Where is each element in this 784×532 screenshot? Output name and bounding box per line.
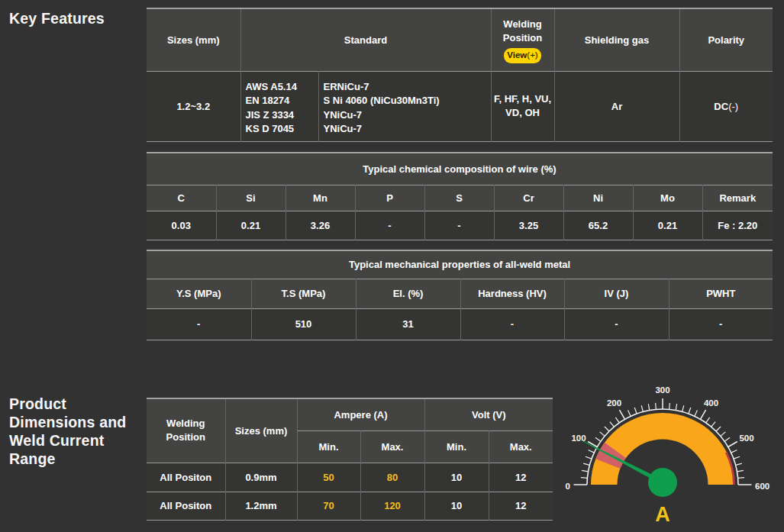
svg-text:400: 400 xyxy=(704,398,718,408)
svg-text:0: 0 xyxy=(566,482,570,491)
svg-text:300: 300 xyxy=(655,385,669,395)
svg-text:200: 200 xyxy=(607,398,621,408)
svg-text:600: 600 xyxy=(755,482,769,491)
svg-text:500: 500 xyxy=(739,434,753,443)
svg-text:A: A xyxy=(655,503,670,526)
